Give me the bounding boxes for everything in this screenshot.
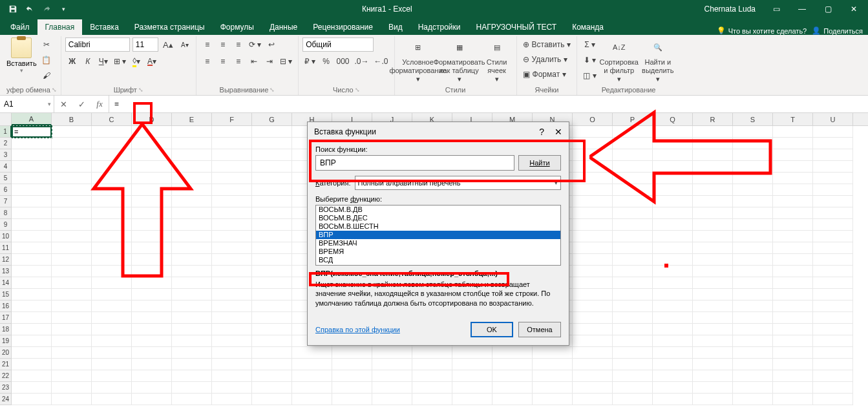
cell[interactable] [813, 219, 853, 231]
insert-function-icon[interactable]: fx [90, 96, 109, 112]
cell[interactable] [653, 196, 693, 207]
cell[interactable] [132, 196, 172, 207]
cell[interactable] [52, 324, 92, 335]
dialog-launcher-icon[interactable]: ⤡ [270, 87, 275, 93]
cell[interactable] [12, 347, 52, 359]
dialog-launcher-icon[interactable]: ⤡ [355, 87, 360, 93]
cell[interactable] [573, 394, 613, 405]
cell[interactable] [212, 312, 252, 324]
cell[interactable] [332, 359, 372, 370]
cell[interactable] [773, 359, 813, 370]
cell[interactable] [813, 359, 853, 370]
cell[interactable] [533, 370, 573, 382]
cell[interactable] [212, 289, 252, 300]
cell[interactable] [573, 266, 613, 277]
cell[interactable] [613, 149, 653, 161]
cell[interactable] [773, 324, 813, 335]
cell[interactable] [92, 254, 132, 266]
cell[interactable] [653, 149, 693, 161]
row-header[interactable]: 10 [0, 231, 12, 242]
cell[interactable] [653, 231, 693, 242]
cut-icon[interactable]: ✂ [39, 37, 54, 52]
cell[interactable] [372, 382, 412, 394]
cell[interactable] [92, 184, 132, 196]
cell[interactable] [813, 312, 853, 324]
cell[interactable] [573, 277, 613, 289]
close-icon[interactable]: ✕ [842, 0, 865, 18]
cell[interactable] [172, 359, 212, 370]
cell[interactable] [773, 394, 813, 405]
cell[interactable] [172, 184, 212, 196]
cell[interactable] [733, 138, 773, 149]
cell[interactable] [573, 138, 613, 149]
row-header[interactable]: 16 [0, 300, 12, 312]
cell[interactable] [813, 184, 853, 196]
cell[interactable] [693, 347, 733, 359]
autosum-icon[interactable]: Σ ▾ [582, 37, 597, 52]
share-button[interactable]: 👤Поделиться [812, 26, 863, 35]
row-header[interactable]: 9 [0, 219, 12, 231]
cell[interactable] [813, 254, 853, 266]
cell[interactable] [12, 219, 52, 231]
cell[interactable] [132, 347, 172, 359]
cell[interactable] [412, 394, 452, 405]
cell[interactable] [12, 196, 52, 207]
cell[interactable] [172, 242, 212, 254]
cell[interactable] [52, 184, 92, 196]
align-left-icon[interactable]: ≡ [200, 54, 215, 68]
cell[interactable] [813, 149, 853, 161]
cell[interactable] [212, 173, 252, 184]
cell[interactable] [733, 324, 773, 335]
cell[interactable] [252, 207, 292, 219]
cell[interactable] [52, 196, 92, 207]
font-color-icon[interactable]: А ▾ [145, 54, 159, 68]
formula-input[interactable]: = [109, 100, 868, 109]
cell[interactable] [132, 335, 172, 347]
cell[interactable] [372, 347, 412, 359]
cell[interactable] [613, 242, 653, 254]
cell[interactable] [92, 324, 132, 335]
cell[interactable] [92, 242, 132, 254]
cell[interactable] [52, 335, 92, 347]
user-name[interactable]: Chernata Luda [698, 5, 762, 14]
cell[interactable] [132, 289, 172, 300]
row-header[interactable]: 22 [0, 370, 12, 382]
cell[interactable] [52, 161, 92, 173]
cell[interactable] [12, 277, 52, 289]
increase-indent-icon[interactable]: ⇥ [262, 54, 277, 68]
cell[interactable] [92, 394, 132, 405]
cell[interactable] [653, 266, 693, 277]
tab-file[interactable]: Файл [3, 19, 37, 35]
cell[interactable] [653, 370, 693, 382]
cell[interactable] [773, 149, 813, 161]
cell[interactable] [252, 149, 292, 161]
cell[interactable] [172, 254, 212, 266]
cell[interactable] [252, 242, 292, 254]
cell[interactable] [613, 231, 653, 242]
cell[interactable] [693, 394, 733, 405]
cell[interactable] [653, 289, 693, 300]
cell[interactable] [212, 382, 252, 394]
cell[interactable] [492, 359, 533, 370]
row-header[interactable]: 2 [0, 138, 12, 149]
row-header[interactable]: 12 [0, 254, 12, 266]
cell[interactable] [132, 382, 172, 394]
cell[interactable] [573, 254, 613, 266]
cell[interactable] [132, 300, 172, 312]
cell[interactable] [452, 359, 492, 370]
cell[interactable] [12, 382, 52, 394]
cell[interactable] [172, 173, 212, 184]
cell[interactable] [733, 173, 773, 184]
cell[interactable] [693, 173, 733, 184]
cell[interactable] [773, 277, 813, 289]
cell[interactable] [653, 207, 693, 219]
cell[interactable] [693, 370, 733, 382]
cell[interactable] [773, 382, 813, 394]
underline-button[interactable]: Ч ▾ [96, 54, 111, 68]
cell[interactable] [92, 312, 132, 324]
cell[interactable] [252, 312, 292, 324]
cell[interactable] [813, 138, 853, 149]
cell[interactable] [773, 300, 813, 312]
cell[interactable] [653, 126, 693, 138]
cell[interactable] [412, 359, 452, 370]
